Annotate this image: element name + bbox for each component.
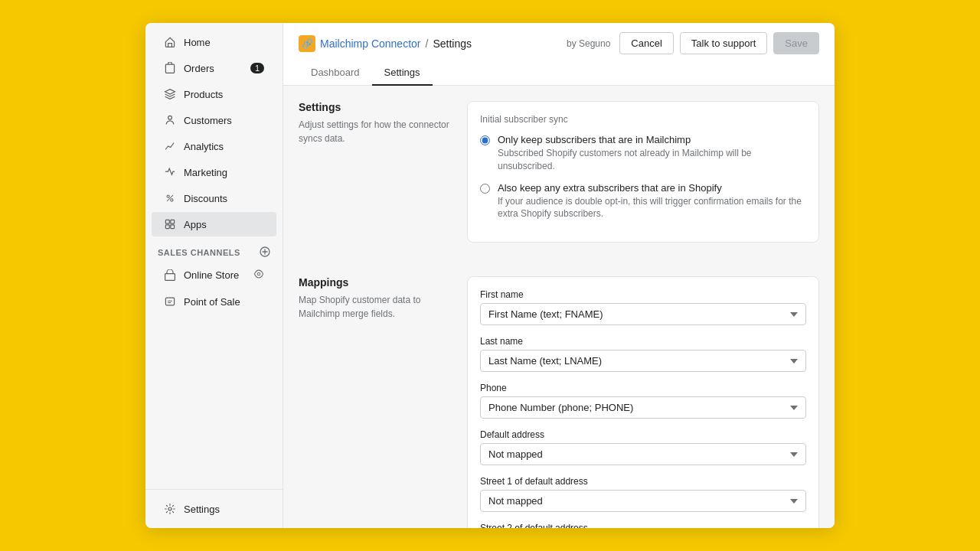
sidebar-item-label: Customers (184, 115, 232, 126)
sync-option-1-label: Also keep any extra subscribers that are… (498, 182, 806, 194)
sync-section-header: Initial subscriber sync (480, 114, 806, 125)
sync-radio-0[interactable] (480, 135, 490, 145)
settings-section-desc: Adjust settings for how the connector sy… (299, 118, 452, 145)
mappings-label-col: Mappings Map Shopify customer data to Ma… (299, 276, 452, 528)
tabs: Dashboard Settings (299, 60, 819, 85)
products-icon (164, 88, 176, 100)
sync-option-0-text: Only keep subscribers that are in Mailch… (498, 134, 806, 173)
mapping-field-0: First nameFirst Name (text; FNAME)Not ma… (480, 289, 806, 325)
orders-badge: 1 (250, 63, 264, 73)
svg-point-3 (171, 199, 173, 201)
mapping-field-4-select[interactable]: Not mapped (480, 490, 806, 512)
sidebar-item-products[interactable]: Products (152, 82, 276, 106)
app-icon: 🔗 (299, 35, 315, 52)
breadcrumb: 🔗 Mailchimp Connector / Settings (299, 35, 472, 52)
mappings-card: First nameFirst Name (text; FNAME)Not ma… (467, 276, 819, 528)
sidebar-item-discounts[interactable]: Discounts (152, 186, 276, 210)
settings-label-col: Settings Adjust settings for how the con… (299, 101, 452, 243)
sync-option-0-label: Only keep subscribers that are in Mailch… (498, 134, 806, 145)
page-header-top: 🔗 Mailchimp Connector / Settings by Segu… (299, 32, 819, 54)
mapping-field-0-select[interactable]: First Name (text; FNAME)Not mapped (480, 303, 806, 325)
mapping-field-3: Default addressNot mapped (480, 429, 806, 465)
sidebar-item-label: Home (184, 37, 211, 48)
sidebar-item-apps[interactable]: Apps (152, 212, 276, 236)
svg-point-1 (168, 116, 172, 119)
page-scroll-area: Settings Adjust settings for how the con… (283, 86, 835, 528)
mappings-section-desc: Map Shopify customer data to Mailchimp m… (299, 293, 452, 321)
sidebar-item-orders[interactable]: Orders 1 (152, 56, 276, 80)
mapping-field-5: Street 2 of default addressNot mapped (480, 523, 806, 528)
sidebar-item-analytics[interactable]: Analytics (152, 134, 276, 158)
mapping-field-3-label: Default address (480, 429, 806, 440)
sync-option-1: Also keep any extra subscribers that are… (480, 182, 806, 221)
sidebar-item-settings[interactable]: Settings (152, 497, 276, 521)
settings-section-title: Settings (299, 101, 452, 113)
mappings-section-title: Mappings (299, 276, 452, 289)
marketing-icon (164, 166, 176, 178)
mapping-field-1-select[interactable]: Last Name (text; LNAME)Not mapped (480, 350, 806, 372)
home-icon (164, 36, 176, 48)
svg-rect-4 (165, 220, 169, 223)
mappings-section: Mappings Map Shopify customer data to Ma… (299, 276, 819, 528)
sidebar-item-marketing[interactable]: Marketing (152, 160, 276, 184)
analytics-icon (164, 140, 176, 152)
online-store-label: Online Store (184, 269, 239, 281)
sidebar-item-customers[interactable]: Customers (152, 108, 276, 132)
discounts-icon (164, 192, 176, 204)
mapping-field-0-label: First name (480, 289, 806, 300)
sidebar-item-online-store[interactable]: Online Store (152, 262, 276, 288)
svg-rect-5 (171, 220, 175, 223)
breadcrumb-separator: / (426, 37, 429, 50)
sidebar-item-label: Analytics (184, 141, 224, 152)
by-seguno-label: by Seguno (567, 38, 610, 49)
apps-icon (164, 218, 176, 230)
tab-dashboard[interactable]: Dashboard (299, 60, 372, 86)
page-title: Settings (433, 37, 472, 50)
svg-point-10 (257, 272, 260, 276)
sidebar-item-label: Products (184, 89, 223, 100)
sidebar-item-pos[interactable]: Point of Sale (152, 289, 276, 314)
mapping-field-5-label: Street 2 of default address (480, 523, 806, 528)
cancel-button[interactable]: Cancel (619, 32, 673, 54)
page-header: 🔗 Mailchimp Connector / Settings by Segu… (283, 23, 835, 86)
mapping-field-2-select[interactable]: Phone Number (phone; PHONE)Not mapped (480, 396, 806, 419)
sidebar-item-label: Discounts (184, 193, 227, 204)
talk-to-support-button[interactable]: Talk to support (680, 32, 768, 54)
eye-icon[interactable] (253, 269, 264, 282)
mapping-field-1-label: Last name (480, 336, 806, 347)
sidebar: Home Orders 1 Products Customers Analy (145, 23, 283, 528)
svg-rect-7 (171, 225, 175, 229)
full-layout: Settings Adjust settings for how the con… (299, 101, 819, 528)
customers-icon (164, 114, 176, 126)
sidebar-item-home[interactable]: Home (152, 30, 276, 54)
sync-radio-1[interactable] (480, 184, 490, 194)
svg-point-2 (167, 195, 169, 197)
mapping-field-4: Street 1 of default addressNot mapped (480, 476, 806, 512)
sync-option-0-desc: Subscribed Shopify customers not already… (498, 147, 806, 173)
tab-settings[interactable]: Settings (372, 60, 433, 86)
mapping-field-2: PhonePhone Number (phone; PHONE)Not mapp… (480, 383, 806, 419)
settings-section: Settings Adjust settings for how the con… (299, 101, 819, 243)
svg-rect-0 (165, 64, 174, 73)
settings-icon (164, 503, 176, 515)
sync-option-1-text: Also keep any extra subscribers that are… (498, 182, 806, 221)
mapping-field-3-select[interactable]: Not mapped (480, 443, 806, 465)
sync-option-0: Only keep subscribers that are in Mailch… (480, 134, 806, 173)
svg-rect-11 (165, 298, 174, 305)
sync-option-1-desc: If your audience is double opt-in, this … (498, 195, 806, 221)
sidebar-item-label: Marketing (184, 167, 227, 178)
svg-point-12 (168, 507, 172, 510)
pos-label: Point of Sale (184, 296, 240, 308)
sales-channels-label: SALES CHANNELS (145, 237, 283, 262)
app-name-link[interactable]: Mailchimp Connector (320, 37, 421, 50)
settings-card: Initial subscriber sync Only keep subscr… (467, 101, 819, 243)
mapping-field-2-label: Phone (480, 383, 806, 393)
save-button[interactable]: Save (773, 32, 819, 54)
add-sales-channel-button[interactable] (260, 246, 270, 259)
settings-label: Settings (184, 504, 220, 515)
sidebar-item-label: Apps (184, 219, 207, 230)
orders-icon (164, 62, 176, 74)
mapping-field-4-label: Street 1 of default address (480, 476, 806, 487)
mapping-field-1: Last nameLast Name (text; LNAME)Not mapp… (480, 336, 806, 372)
svg-rect-9 (165, 273, 175, 280)
